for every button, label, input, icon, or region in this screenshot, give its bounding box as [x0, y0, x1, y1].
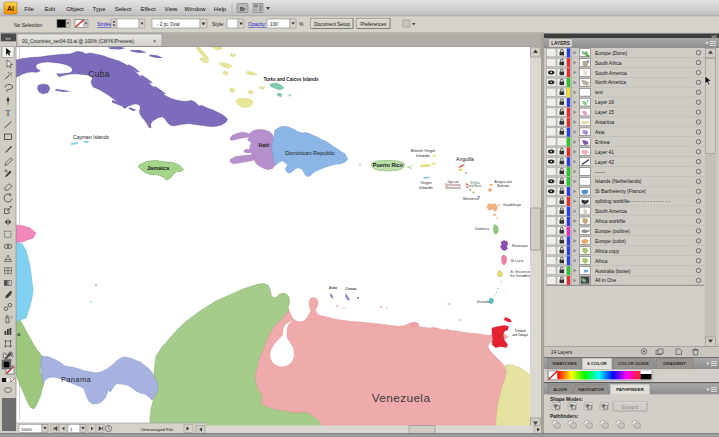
svg-text:St Barthelemy (France): St Barthelemy (France) — [595, 189, 646, 194]
svg-text:GRADIENT: GRADIENT — [663, 361, 686, 366]
svg-text:Montserrat: Montserrat — [463, 197, 479, 201]
svg-text:×: × — [153, 38, 156, 44]
svg-text:Type: Type — [92, 6, 106, 12]
svg-text:Ai: Ai — [7, 5, 14, 12]
svg-text:------: ------ — [595, 170, 605, 175]
svg-text:Islands: Islands — [416, 153, 431, 158]
svg-text:LAYERS: LAYERS — [551, 41, 570, 46]
svg-text:NAVIGATOR: NAVIGATOR — [578, 387, 604, 392]
svg-text:Stroke:: Stroke: — [97, 21, 113, 27]
svg-text:ALIGN: ALIGN — [553, 387, 567, 392]
svg-text:View: View — [165, 6, 179, 12]
svg-text:Asia: Asia — [595, 130, 605, 135]
svg-text:- 2 pt. Oval: - 2 pt. Oval — [157, 22, 179, 27]
svg-text:Dominica: Dominica — [475, 227, 489, 231]
svg-text:Expand: Expand — [622, 405, 639, 410]
svg-text:24 Layers: 24 Layers — [551, 350, 573, 355]
svg-text:Islands (Netherlands): Islands (Netherlands) — [595, 179, 642, 184]
svg-text:Opacity:: Opacity: — [248, 21, 266, 27]
svg-text:Curacao: Curacao — [346, 287, 357, 291]
svg-text:00_Countries_ver04-03.ai @ 100: 00_Countries_ver04-03.ai @ 100% (CMYK/Pr… — [22, 39, 134, 44]
svg-text:Jamaica: Jamaica — [147, 165, 170, 171]
svg-text:Martinique: Martinique — [512, 244, 528, 248]
svg-text:6 COLOR: 6 COLOR — [587, 361, 607, 366]
svg-text:Layer 15: Layer 15 — [595, 110, 614, 115]
svg-text:Guadeloupe: Guadeloupe — [503, 203, 522, 207]
svg-text:COLOR GUIDE: COLOR GUIDE — [618, 361, 649, 366]
svg-text:Br: Br — [240, 6, 246, 12]
svg-text:Turks and Caicos Islands: Turks and Caicos Islands — [263, 77, 319, 82]
svg-text:Style:: Style: — [212, 21, 225, 27]
svg-text:Antartica: Antartica — [595, 120, 615, 125]
svg-text:Puerto Rico: Puerto Rico — [373, 162, 404, 168]
svg-text:Document Setup: Document Setup — [314, 22, 350, 27]
svg-text:Layer 16: Layer 16 — [595, 100, 614, 105]
svg-text:Australia (loose): Australia (loose) — [595, 269, 631, 274]
svg-text:Cuba: Cuba — [88, 69, 110, 79]
svg-text:»≡: »≡ — [711, 33, 717, 39]
svg-text:Eritrea: Eritrea — [595, 140, 610, 145]
svg-text:and Nevis: and Nevis — [468, 184, 482, 188]
svg-text:Islands: Islands — [419, 185, 434, 190]
svg-text:Object: Object — [66, 6, 84, 12]
svg-text:St Lucia: St Lucia — [511, 259, 523, 263]
svg-text:text: text — [595, 90, 604, 95]
svg-text:North America: North America — [595, 80, 626, 85]
svg-text:Layer 42: Layer 42 — [595, 160, 614, 165]
svg-text:Layer 41: Layer 41 — [595, 150, 614, 155]
svg-text:Edit: Edit — [45, 6, 56, 12]
svg-text:Barbuda: Barbuda — [497, 184, 509, 188]
svg-text:South Africa: South Africa — [595, 61, 622, 66]
svg-text:Unmanaged File: Unmanaged File — [141, 427, 174, 432]
svg-text:File: File — [24, 6, 34, 12]
svg-text:No Selection: No Selection — [14, 22, 43, 28]
svg-text:%: % — [299, 21, 304, 27]
svg-text:Anguilla: Anguilla — [456, 156, 474, 162]
svg-text:Preferences: Preferences — [361, 22, 387, 27]
svg-text:Effect: Effect — [140, 6, 156, 12]
svg-text:Shape Modes:: Shape Modes: — [550, 397, 584, 402]
svg-text:(Netherlands): (Netherlands) — [445, 186, 461, 190]
svg-text:Africa: Africa — [595, 259, 608, 264]
svg-text:Window: Window — [184, 6, 206, 12]
svg-text:Select: Select — [115, 6, 132, 12]
svg-text:the Grenadines: the Grenadines — [510, 274, 532, 278]
svg-text:Europe (Done): Europe (Done) — [595, 51, 627, 56]
svg-text:Grenada: Grenada — [476, 300, 489, 304]
svg-text:»»: »» — [5, 35, 11, 41]
svg-text:Africa copy: Africa copy — [595, 249, 620, 254]
svg-text:Haiti: Haiti — [259, 142, 270, 148]
svg-text:Cayman Islands: Cayman Islands — [73, 134, 109, 140]
svg-text:T: T — [5, 108, 11, 118]
svg-text:Africa workfile: Africa workfile — [595, 219, 626, 224]
svg-text:PATHFINDER: PATHFINDER — [616, 387, 644, 392]
svg-text:Venezuela: Venezuela — [372, 391, 431, 405]
svg-text:Pathfinders:: Pathfinders: — [550, 414, 579, 419]
svg-text:South America: South America — [595, 71, 627, 76]
svg-text:100: 100 — [270, 22, 278, 27]
svg-text:100%: 100% — [21, 427, 32, 432]
svg-text:Dominican Republic: Dominican Republic — [285, 150, 335, 156]
svg-text:splitting workfile- - - - - -: splitting workfile- - - - - - - - - - - … — [595, 199, 670, 204]
svg-text:Aruba: Aruba — [329, 286, 337, 290]
svg-text:Panama: Panama — [61, 375, 92, 384]
svg-text:Europe (color): Europe (color) — [595, 239, 626, 244]
svg-text:SWATCHES: SWATCHES — [552, 361, 577, 366]
svg-text:All in One: All in One — [595, 278, 616, 283]
svg-text:Europe (outline): Europe (outline) — [595, 229, 630, 234]
svg-text:South America: South America — [595, 209, 627, 214]
svg-text:Help: Help — [214, 6, 227, 12]
svg-text:and Tobago: and Tobago — [512, 333, 528, 337]
